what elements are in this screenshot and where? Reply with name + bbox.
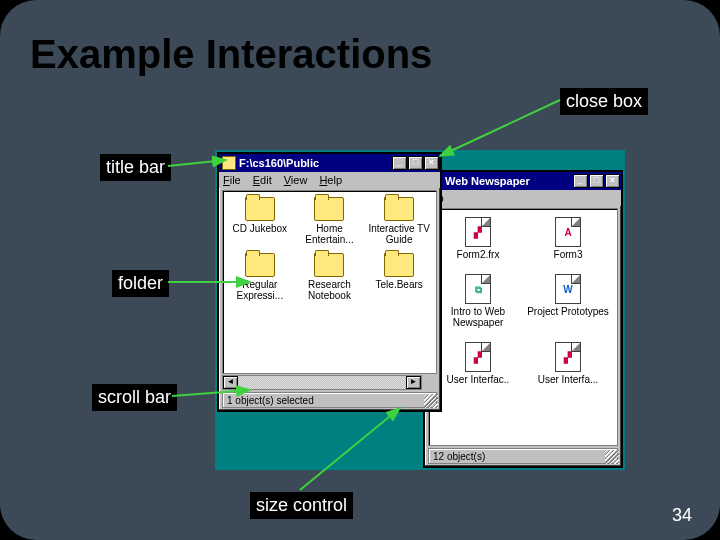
file-label: Intro to Web Newspaper	[433, 306, 523, 328]
file-label: Form2.frx	[457, 249, 500, 260]
window-title-back: Web Newspaper	[445, 175, 530, 187]
annotation-size-control: size control	[250, 492, 353, 519]
folder-item[interactable]: Tele.Bears	[364, 253, 434, 301]
folder-item[interactable]: Regular Expressi...	[225, 253, 295, 301]
folder-label: Interactive TV Guide	[364, 223, 434, 245]
document-icon: ▞	[465, 217, 491, 247]
folder-label: Research Notebook	[295, 279, 365, 301]
slide-title: Example Interactions	[30, 32, 432, 77]
close-button[interactable]: ×	[424, 156, 439, 170]
folder-icon	[245, 253, 275, 277]
document-icon: ▞	[465, 342, 491, 372]
annotation-folder: folder	[112, 270, 169, 297]
titlebar-front[interactable]: F:\cs160\Public _ □ ×	[219, 154, 440, 172]
document-icon: ▞	[555, 342, 581, 372]
slide-background: Example Interactions close box title bar…	[0, 0, 720, 540]
annotation-close-box: close box	[560, 88, 648, 115]
folder-icon	[314, 197, 344, 221]
window-front: F:\cs160\Public _ □ × FFileile Edit View…	[217, 152, 442, 412]
folder-label: CD Jukebox	[233, 223, 287, 234]
status-text: 12 object(s)	[433, 451, 485, 462]
resize-grip-back[interactable]	[605, 450, 619, 464]
statusbar-front: 1 object(s) selected	[222, 392, 437, 408]
annotation-title-bar: title bar	[100, 154, 171, 181]
scroll-right-button[interactable]: ►	[406, 376, 421, 389]
annotation-scroll-bar: scroll bar	[92, 384, 177, 411]
folder-icon	[314, 253, 344, 277]
folder-label: Regular Expressi...	[225, 279, 295, 301]
folder-icon	[245, 197, 275, 221]
menu-file[interactable]: FFileile	[223, 174, 241, 186]
statusbar-back: 12 object(s)	[428, 448, 618, 464]
document-icon: ⧉	[465, 274, 491, 304]
file-label: User Interfac..	[447, 374, 510, 385]
file-label: Project Prototypes	[527, 306, 609, 317]
file-item[interactable]: ▞Form2.frx	[433, 217, 523, 260]
file-label: Form3	[554, 249, 583, 260]
folder-item[interactable]: Home Entertain...	[295, 197, 365, 245]
file-item[interactable]: ▞User Interfac..	[433, 342, 523, 385]
folder-item[interactable]: Interactive TV Guide	[364, 197, 434, 245]
page-number: 34	[672, 505, 692, 526]
scrollbar-horizontal[interactable]: ◄ ►	[222, 375, 422, 390]
file-item[interactable]: WProject Prototypes	[523, 274, 613, 328]
svg-line-0	[440, 100, 560, 156]
window-back: Web Newspaper _ □ × elp ▞Form2.frxAForm3…	[423, 170, 623, 468]
file-item[interactable]: ▞User Interfa...	[523, 342, 613, 385]
menu-view[interactable]: View	[284, 174, 308, 186]
status-text: 1 object(s) selected	[227, 395, 314, 406]
minimize-button[interactable]: _	[392, 156, 407, 170]
window-title-front: F:\cs160\Public	[239, 157, 319, 169]
folder-icon	[222, 156, 236, 170]
menu-edit[interactable]: Edit	[253, 174, 272, 186]
scroll-left-button[interactable]: ◄	[223, 376, 238, 389]
folder-icon	[384, 197, 414, 221]
file-item[interactable]: AForm3	[523, 217, 613, 260]
folder-item[interactable]: CD Jukebox	[225, 197, 295, 245]
folder-label: Tele.Bears	[376, 279, 423, 290]
window-body-back: ▞Form2.frxAForm3⧉Intro to Web NewspaperW…	[428, 208, 618, 446]
minimize-button[interactable]: _	[573, 174, 588, 188]
titlebar-back[interactable]: Web Newspaper _ □ ×	[425, 172, 621, 190]
scroll-track[interactable]	[238, 376, 406, 389]
file-item[interactable]: ⧉Intro to Web Newspaper	[433, 274, 523, 328]
menubar-front[interactable]: FFileile Edit View Help	[219, 172, 440, 188]
maximize-button[interactable]: □	[589, 174, 604, 188]
file-label: User Interfa...	[538, 374, 599, 385]
resize-grip-front[interactable]	[424, 394, 438, 408]
folder-item[interactable]: Research Notebook	[295, 253, 365, 301]
folder-label: Home Entertain...	[295, 223, 365, 245]
desktop-area: Web Newspaper _ □ × elp ▞Form2.frxAForm3…	[215, 150, 625, 470]
menubar-back[interactable]: elp	[425, 190, 621, 206]
folder-icon	[384, 253, 414, 277]
document-icon: W	[555, 274, 581, 304]
menu-help[interactable]: Help	[319, 174, 342, 186]
document-icon: A	[555, 217, 581, 247]
maximize-button[interactable]: □	[408, 156, 423, 170]
window-body-front: CD JukeboxHome Entertain...Interactive T…	[222, 190, 437, 374]
close-button[interactable]: ×	[605, 174, 620, 188]
